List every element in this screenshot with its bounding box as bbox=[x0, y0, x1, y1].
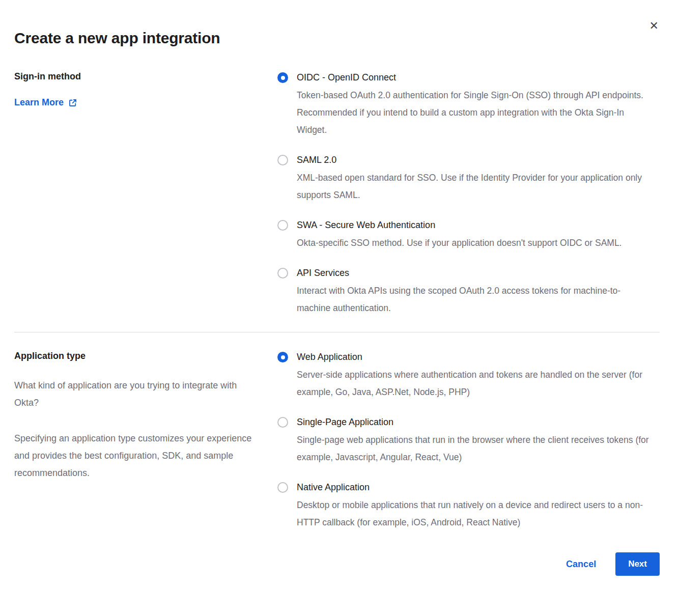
option-label: SAML 2.0 bbox=[297, 154, 653, 166]
signin-method-left-column: Sign-in method Learn More bbox=[14, 71, 277, 108]
signin-method-label: Sign-in method bbox=[14, 71, 257, 82]
signin-method-section: Sign-in method Learn More OIDC - OpenID … bbox=[14, 71, 660, 317]
option-label: Web Application bbox=[297, 351, 653, 363]
option-label: API Services bbox=[297, 267, 653, 279]
option-label: Single-Page Application bbox=[297, 416, 653, 429]
option-description: Single-page web applications that run in… bbox=[297, 431, 653, 466]
signin-method-option[interactable]: OIDC - OpenID ConnectToken-based OAuth 2… bbox=[277, 71, 660, 138]
option-body: SWA - Secure Web AuthenticationOkta-spec… bbox=[297, 219, 622, 251]
application-type-explanation: Specifying an application type customize… bbox=[14, 430, 256, 482]
option-description: Desktop or mobile applications that run … bbox=[297, 496, 653, 531]
application-type-left-column: Application type What kind of applicatio… bbox=[14, 351, 277, 482]
application-type-question: What kind of application are you trying … bbox=[14, 377, 256, 411]
radio-selected-icon[interactable] bbox=[277, 72, 288, 83]
close-icon[interactable]: ✕ bbox=[647, 18, 661, 34]
option-description: Token-based OAuth 2.0 authentication for… bbox=[297, 87, 653, 138]
option-description: Okta-specific SSO method. Use if your ap… bbox=[297, 234, 622, 251]
application-type-options: Web ApplicationServer-side applications … bbox=[277, 351, 660, 531]
section-divider bbox=[14, 332, 660, 332]
option-label: OIDC - OpenID Connect bbox=[297, 71, 653, 84]
option-label: SWA - Secure Web Authentication bbox=[297, 219, 622, 232]
signin-method-options: OIDC - OpenID ConnectToken-based OAuth 2… bbox=[277, 71, 660, 317]
option-body: Single-Page ApplicationSingle-page web a… bbox=[297, 416, 653, 466]
radio-selected-icon[interactable] bbox=[277, 352, 288, 362]
dialog-title: Create a new app integration bbox=[14, 30, 660, 47]
radio-unselected-icon[interactable] bbox=[277, 482, 288, 493]
radio-unselected-icon[interactable] bbox=[277, 155, 288, 165]
external-link-icon bbox=[68, 98, 77, 107]
create-app-integration-dialog: ✕ Create a new app integration Sign-in m… bbox=[0, 0, 678, 616]
next-button[interactable]: Next bbox=[615, 552, 660, 576]
option-label: Native Application bbox=[297, 481, 653, 494]
option-description: XML-based open standard for SSO. Use if … bbox=[297, 169, 653, 204]
cancel-button[interactable]: Cancel bbox=[566, 559, 596, 570]
option-description: Server-side applications where authentic… bbox=[297, 366, 653, 401]
radio-unselected-icon[interactable] bbox=[277, 220, 288, 231]
option-body: API ServicesInteract with Okta APIs usin… bbox=[297, 267, 653, 317]
signin-method-option[interactable]: SAML 2.0XML-based open standard for SSO.… bbox=[277, 154, 660, 204]
signin-method-option[interactable]: SWA - Secure Web AuthenticationOkta-spec… bbox=[277, 219, 660, 251]
radio-unselected-icon[interactable] bbox=[277, 268, 288, 278]
radio-unselected-icon[interactable] bbox=[277, 417, 288, 428]
signin-method-option[interactable]: API ServicesInteract with Okta APIs usin… bbox=[277, 267, 660, 317]
learn-more-link[interactable]: Learn More bbox=[14, 97, 77, 108]
option-body: OIDC - OpenID ConnectToken-based OAuth 2… bbox=[297, 71, 653, 138]
dialog-footer: Cancel Next bbox=[14, 552, 660, 576]
application-type-label: Application type bbox=[14, 351, 257, 361]
option-body: Web ApplicationServer-side applications … bbox=[297, 351, 653, 401]
application-type-section: Application type What kind of applicatio… bbox=[14, 351, 660, 531]
application-type-option[interactable]: Web ApplicationServer-side applications … bbox=[277, 351, 660, 401]
application-type-option[interactable]: Single-Page ApplicationSingle-page web a… bbox=[277, 416, 660, 466]
option-body: Native ApplicationDesktop or mobile appl… bbox=[297, 481, 653, 531]
application-type-option[interactable]: Native ApplicationDesktop or mobile appl… bbox=[277, 481, 660, 531]
option-body: SAML 2.0XML-based open standard for SSO.… bbox=[297, 154, 653, 204]
option-description: Interact with Okta APIs using the scoped… bbox=[297, 282, 653, 317]
learn-more-label: Learn More bbox=[14, 97, 64, 108]
